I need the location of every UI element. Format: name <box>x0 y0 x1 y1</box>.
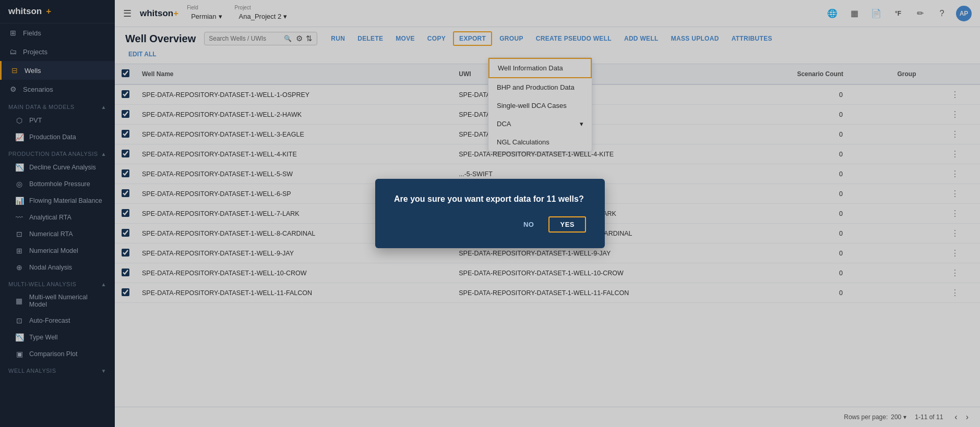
modal-no-button[interactable]: NO <box>515 216 543 233</box>
modal-actions: NO YES <box>394 216 586 233</box>
modal-message: Are you sure you want export data for 11… <box>394 194 586 204</box>
modal-overlay: Are you sure you want export data for 11… <box>0 0 980 427</box>
modal-yes-button[interactable]: YES <box>548 216 586 233</box>
modal-dialog: Are you sure you want export data for 11… <box>375 179 605 248</box>
